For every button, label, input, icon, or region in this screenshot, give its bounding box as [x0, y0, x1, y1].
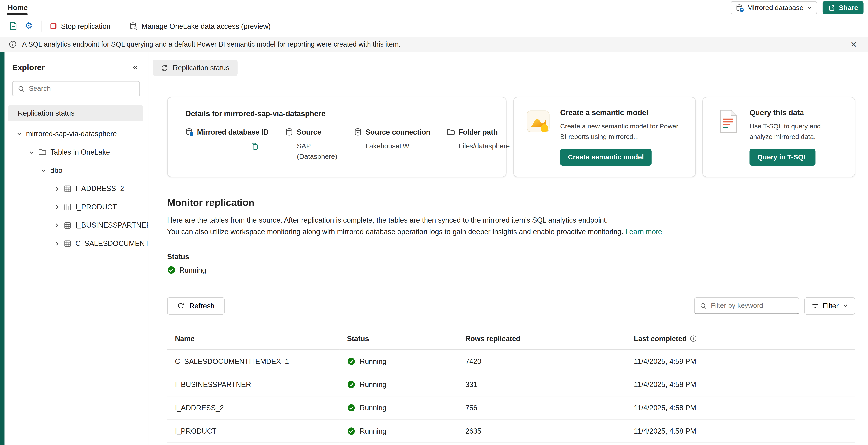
onelake-tree: mirrored-sap-via-datasphere Tables in On…: [4, 123, 148, 253]
tree-node-table[interactable]: C_SALESDOCUMENTITEMDEX_1: [4, 234, 148, 253]
cell-name: I_ADDRESS_2: [167, 396, 339, 419]
share-button[interactable]: Share: [823, 1, 864, 14]
mirrored-database-app: Home Mirrored database: [0, 0, 868, 445]
sidebar-item-replication-status[interactable]: Replication status: [8, 105, 143, 121]
filter-icon: [812, 302, 819, 309]
source-value: SAP: [297, 141, 337, 152]
report-document-icon[interactable]: [5, 18, 21, 34]
cell-status: Running: [339, 396, 458, 419]
info-banner: A SQL analytics endpoint for SQL queryin…: [0, 36, 868, 52]
field-label: Folder path: [459, 128, 498, 136]
database-icon: [285, 128, 293, 136]
refresh-button[interactable]: Refresh: [167, 297, 224, 314]
collapse-panel-icon[interactable]: «: [130, 62, 140, 73]
tree-node-label: I_PRODUCT: [75, 203, 117, 211]
field-source-connection: Source connection LakehouseLW: [354, 128, 430, 162]
tree-node-tables-in-onelake[interactable]: Tables in OneLake: [4, 143, 148, 161]
explorer-search[interactable]: [12, 81, 140, 96]
field-label-row: Folder path: [447, 128, 524, 136]
search-input[interactable]: [29, 85, 134, 92]
table-row: I_ADDRESS_2 Running 756 11/4/20: [167, 396, 855, 419]
monitor-description-line1: Here are the tables from the source. Aft…: [167, 216, 608, 225]
semantic-card-title: Create a semantic model: [560, 109, 683, 117]
overall-status: Running: [167, 266, 855, 274]
chevron-right-icon: [54, 241, 60, 246]
stop-icon: [50, 23, 56, 29]
table-controls: Refresh: [167, 297, 855, 314]
tree-node-label: C_SALESDOCUMENTITEMDEX_1: [75, 239, 148, 247]
ribbon-toolbar: ⚙ Stop replication Manage OneLake data a…: [0, 16, 868, 37]
item-type-dropdown[interactable]: Mirrored database: [731, 1, 817, 14]
status-value: Running: [179, 266, 206, 274]
info-icon: [9, 40, 17, 48]
create-semantic-model-button[interactable]: Create semantic model: [560, 149, 652, 166]
field-values: Files/datasphere: [447, 141, 524, 152]
column-header-rows-replicated[interactable]: Rows replicated: [458, 329, 626, 350]
query-in-tsql-button[interactable]: Query in T-SQL: [749, 149, 815, 166]
table-row: I_PRODUCT Running 2635 11/4/202: [167, 419, 855, 443]
copy-icon[interactable]: [250, 141, 260, 151]
tree-node-label: Tables in OneLake: [50, 148, 110, 156]
tab-replication-status[interactable]: Replication status: [153, 60, 237, 76]
search-icon: [18, 85, 25, 92]
explorer-panel: Explorer « Replication status mirrored-s: [4, 52, 148, 445]
main-content: Replication status Details for mirrored-…: [148, 52, 868, 445]
table-icon: [64, 240, 71, 247]
query-data-card: Query this data Use T-SQL to query and a…: [703, 97, 855, 177]
filter-keyword-input[interactable]: [711, 302, 794, 309]
details-fields: Mirrored database ID: [185, 128, 488, 162]
cell-name: I_BUSINESSPARTNER: [167, 373, 339, 396]
summary-cards: Details for mirrored-sap-via-datasphere: [167, 97, 855, 177]
filter-keyword-box[interactable]: [694, 298, 799, 314]
toolbar-divider: [41, 21, 42, 32]
stop-replication-label: Stop replication: [61, 22, 111, 30]
learn-more-link[interactable]: Learn more: [625, 228, 662, 236]
field-values: [185, 141, 269, 153]
refresh-label: Refresh: [189, 302, 215, 310]
field-label: Source: [297, 128, 321, 136]
column-header-status[interactable]: Status: [339, 329, 458, 350]
replication-table: Name Status Rows replicated Last complet…: [167, 329, 855, 443]
status-text: Running: [360, 427, 386, 435]
tree-node-table[interactable]: I_BUSINESSPARTNER: [4, 216, 148, 234]
stop-replication-button[interactable]: Stop replication: [46, 19, 115, 33]
query-card-body: Query this data Use T-SQL to query and a…: [749, 109, 842, 166]
filter-button[interactable]: Filter: [804, 297, 856, 314]
tree-node-table[interactable]: I_PRODUCT: [4, 198, 148, 216]
mirrored-database-icon: [736, 4, 744, 12]
connection-icon: [354, 128, 362, 136]
cell-rows-replicated: 2635: [458, 419, 626, 443]
status-check-icon: [347, 380, 355, 389]
monitor-replication-section: Monitor replication Here are the tables …: [167, 197, 855, 274]
refresh-icon: [177, 302, 184, 309]
cell-last-completed: 11/4/2025, 4:58 PM: [626, 396, 856, 419]
field-source: Source SAP (Datasphere): [285, 128, 337, 162]
chevron-right-icon: [54, 186, 60, 191]
tree-node-table[interactable]: I_ADDRESS_2: [4, 179, 148, 198]
column-header-name[interactable]: Name: [167, 329, 339, 350]
chevron-down-icon: [807, 5, 812, 10]
table-icon: [64, 185, 71, 192]
toolbar-divider: [119, 21, 120, 32]
share-label: Share: [839, 4, 858, 12]
close-icon[interactable]: ✕: [848, 39, 859, 49]
cell-rows-replicated: 756: [458, 396, 626, 419]
workspace-accent-strip: [0, 52, 4, 445]
semantic-model-chart-icon: [526, 109, 551, 134]
tab-home[interactable]: Home: [7, 1, 29, 14]
tree-node-root[interactable]: mirrored-sap-via-datasphere: [4, 124, 148, 143]
mirrored-database-icon: [185, 128, 194, 136]
column-header-last-completed[interactable]: Last completed: [626, 329, 856, 350]
settings-gear-icon[interactable]: ⚙: [21, 18, 37, 34]
cell-status: Running: [339, 350, 458, 373]
query-card-title: Query this data: [749, 109, 842, 117]
manage-onelake-label: Manage OneLake data access (preview): [142, 22, 271, 30]
manage-onelake-button[interactable]: Manage OneLake data access (preview): [124, 19, 275, 33]
topbar-right-group: Mirrored database Share: [731, 1, 864, 14]
connection-value: LakehouseLW: [366, 141, 430, 152]
cell-last-completed: 11/4/2025, 4:58 PM: [626, 373, 856, 396]
tree-node-dbo[interactable]: dbo: [4, 161, 148, 180]
table-row: C_SALESDOCUMENTITEMDEX_1 Running 7420: [167, 350, 855, 373]
query-card-description: Use T-SQL to query and analyze mirrored …: [749, 121, 842, 142]
folder-icon: [38, 148, 46, 156]
